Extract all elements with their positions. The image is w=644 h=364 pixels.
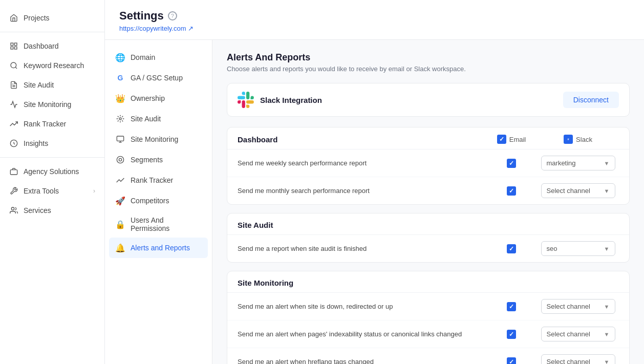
sidebar-divider-2 [0, 157, 104, 158]
sidebar-item-agency[interactable]: Agency Solutions [0, 162, 104, 181]
settings-nav-ga-gsc[interactable]: G GA / GSC Setup [105, 68, 212, 88]
settings-nav-users[interactable]: 🔒 Users And Permissions [105, 211, 212, 238]
indexability-chevron-icon: ▼ [604, 331, 610, 337]
site-down-email-check[interactable] [486, 302, 537, 311]
hreflang-email-check[interactable] [486, 357, 537, 365]
settings-nav-alerts[interactable]: 🔔 Alerts and Reports [109, 238, 208, 258]
sidebar-label-dashboard: Dashboard [24, 42, 59, 50]
settings-nav-competitors[interactable]: 🚀 Competitors [105, 190, 212, 211]
slack-card-left: Slack Integration [238, 92, 322, 108]
indexability-channel-dropdown[interactable]: Select channel ▼ [541, 327, 615, 341]
audit-email-checkbox[interactable] [507, 244, 516, 253]
alerts-icon: 🔔 [115, 243, 125, 253]
settings-nav-domain[interactable]: 🌐 Domain [105, 47, 212, 68]
monthly-email-check[interactable] [486, 186, 537, 196]
slack-indicator: # [564, 135, 573, 144]
table-row-monthly: Send me monthly search performance repor… [227, 177, 629, 204]
settings-nav-ownership[interactable]: 👑 Ownership [105, 88, 212, 109]
table-row-audit-finished: Send me a report when site audit is fini… [227, 235, 629, 262]
table-row-weekly: Send me weekly search performance report… [227, 149, 629, 177]
sidebar-label-projects: Projects [24, 14, 50, 22]
sidebar-item-extra-tools[interactable]: Extra Tools › [0, 181, 104, 201]
site-down-channel-dropdown[interactable]: Select channel ▼ [541, 299, 615, 314]
tools-arrow: › [93, 187, 95, 195]
monthly-email-checkbox[interactable] [507, 186, 516, 196]
svg-point-15 [119, 158, 121, 161]
settings-nav-site-monitoring[interactable]: Site Monitoring [105, 129, 212, 149]
settings-nav: 🌐 Domain G GA / GSC Setup 👑 Ownership Si… [105, 40, 212, 364]
sidebar-item-dashboard[interactable]: Dashboard [0, 36, 104, 56]
rank-tracker-nav-icon [115, 175, 125, 185]
weekly-slack-select[interactable]: marketing ▼ [537, 156, 619, 170]
home-icon [9, 13, 18, 23]
table-row-site-down: Send me an alert when site is down, redi… [227, 293, 629, 320]
header-title-row: Settings ? [119, 9, 630, 23]
slack-name-label: Slack Integration [260, 96, 322, 104]
slack-col-header: # Slack [537, 135, 619, 144]
settings-nav-label-ownership: Ownership [131, 94, 165, 102]
insights-icon [9, 139, 18, 148]
hreflang-slack-select[interactable]: Select channel ▼ [537, 354, 619, 364]
sidebar-item-services[interactable]: Services [0, 201, 104, 220]
sidebar-item-site-monitoring[interactable]: Site Monitoring [0, 95, 104, 114]
settings-nav-label-monitoring: Site Monitoring [131, 135, 178, 143]
hreflang-channel-dropdown[interactable]: Select channel ▼ [541, 354, 615, 364]
settings-nav-rank-tracker[interactable]: Rank Tracker [105, 170, 212, 190]
keyword-icon [9, 61, 18, 70]
settings-nav-label-segments: Segments [131, 156, 163, 164]
settings-nav-label-domain: Domain [131, 53, 155, 61]
monthly-channel-value: Select channel [547, 187, 590, 195]
sidebar-item-projects[interactable]: Projects [0, 8, 104, 28]
settings-nav-site-audit[interactable]: Site Audit [105, 109, 212, 129]
sidebar-item-rank-tracker[interactable]: Rank Tracker [0, 114, 104, 134]
audit-slack-select[interactable]: seo ▼ [537, 241, 619, 256]
audit-finished-label: Send me a report when site audit is fini… [238, 245, 486, 252]
sidebar-item-site-audit[interactable]: Site Audit [0, 75, 104, 95]
sidebar-label-tools: Extra Tools [24, 187, 59, 195]
monthly-slack-select[interactable]: Select channel ▼ [537, 183, 619, 198]
svg-point-14 [117, 156, 123, 163]
indexability-checkbox[interactable] [507, 330, 516, 339]
audit-channel-dropdown[interactable]: seo ▼ [541, 241, 615, 256]
audit-channel-value: seo [547, 245, 557, 252]
hreflang-chevron-icon: ▼ [604, 359, 610, 365]
header-url[interactable]: https://copywritely.com ↗ [119, 25, 630, 32]
weekly-email-check[interactable] [486, 159, 537, 168]
sidebar-label-agency: Agency Solutions [24, 167, 79, 176]
site-down-checkbox[interactable] [507, 302, 516, 311]
alerts-section-title: Alerts And Reports [227, 52, 630, 63]
sidebar-label-site-audit: Site Audit [24, 81, 54, 89]
monitor-icon [9, 100, 18, 109]
sidebar-item-insights[interactable]: Insights [0, 134, 104, 153]
monitoring-header-row: Site Monitoring [227, 271, 629, 293]
sidebar: Projects Dashboard Keyword Research Site… [0, 0, 105, 364]
weekly-chevron-icon: ▼ [604, 160, 610, 166]
svg-rect-0 [11, 43, 13, 46]
indexability-email-check[interactable] [486, 330, 537, 339]
help-icon[interactable]: ? [168, 11, 177, 20]
weekly-email-checkbox[interactable] [507, 159, 516, 168]
site-audit-nav-icon [115, 114, 125, 124]
site-audit-header-row: Site Audit [227, 213, 629, 235]
indexability-slack-select[interactable]: Select channel ▼ [537, 327, 619, 341]
alerts-section-desc: Choose alerts and reports you would like… [227, 65, 630, 73]
site-down-label: Send me an alert when site is down, redi… [238, 303, 486, 310]
sidebar-label-keyword: Keyword Research [24, 61, 84, 70]
hreflang-checkbox[interactable] [507, 357, 516, 365]
settings-nav-label-ga: GA / GSC Setup [131, 74, 183, 82]
sidebar-item-keyword-research[interactable]: Keyword Research [0, 56, 104, 75]
site-down-channel-value: Select channel [547, 303, 590, 310]
site-monitoring-section: Site Monitoring Send me an alert when si… [227, 271, 630, 364]
site-audit-section: Site Audit Send me a report when site au… [227, 213, 630, 263]
audit-email-check[interactable] [486, 244, 537, 253]
slack-integration-card: Slack Integration Disconnect [227, 83, 630, 117]
agency-icon [9, 167, 18, 176]
dashboard-icon [9, 41, 18, 51]
dashboard-section: Dashboard Email # Slack Send me weekly s… [227, 127, 630, 205]
monthly-channel-dropdown[interactable]: Select channel ▼ [541, 183, 615, 198]
site-down-slack-select[interactable]: Select channel ▼ [537, 299, 619, 314]
email-header-check[interactable] [497, 135, 506, 144]
weekly-channel-dropdown[interactable]: marketing ▼ [541, 156, 615, 170]
disconnect-button[interactable]: Disconnect [563, 92, 619, 108]
settings-nav-segments[interactable]: Segments [105, 149, 212, 170]
